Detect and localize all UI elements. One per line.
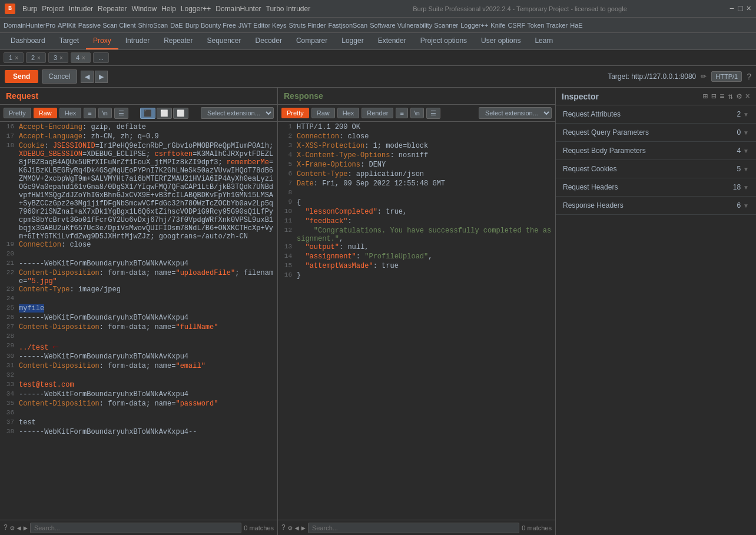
response-render-btn[interactable]: Render [362,108,393,118]
tab-intruder[interactable]: Intruder [118,33,157,49]
ext-softwarevuln[interactable]: Software Vulnerability Scanner [370,22,458,29]
ext-hae[interactable]: HaE [570,22,582,29]
http-version-badge[interactable]: HTTP/1 [711,71,742,82]
request-settings-icon[interactable]: ⚙ [10,524,14,533]
repeater-tabs: 1 × 2 × 3 × 4 × ... [0,50,756,66]
ext-fastjson[interactable]: FastjsonScan [329,22,368,29]
burp-logo: B [5,4,15,14]
ext-struts[interactable]: Struts Finder [289,22,326,29]
menu-intruder[interactable]: Intruder [69,5,93,13]
next-button[interactable]: ▶ [95,71,108,83]
inspector-request-attributes[interactable]: Request Attributes 2 ▼ [556,105,756,124]
help-icon[interactable]: ? [747,72,751,81]
tab-proxy[interactable]: Proxy [86,33,118,49]
menu-domainhunter[interactable]: DomainHunter [215,5,261,13]
tab-sequencer[interactable]: Sequencer [200,33,248,49]
inspector-align-icon[interactable]: ≡ [719,92,724,101]
request-raw-btn[interactable]: Raw [34,108,57,118]
tab-dashboard[interactable]: Dashboard [4,33,52,49]
tab-comparer[interactable]: Comparer [289,33,334,49]
menu-window[interactable]: Window [131,5,157,13]
request-wrap-btn[interactable]: \n [98,108,112,118]
tab-logger[interactable]: Logger [334,33,370,49]
menu-repeater[interactable]: Repeater [98,5,127,13]
request-view-split-btn[interactable]: ⬛ [140,108,155,119]
inspector-response-headers[interactable]: Response Headers 6 ▼ [556,197,756,215]
menu-help[interactable]: Help [161,5,176,13]
inspector-settings-icon[interactable]: ⚙ [737,91,741,101]
request-pretty-btn[interactable]: Pretty [4,108,31,118]
response-format-btn[interactable]: ≡ [396,108,407,118]
request-format-btn[interactable]: ≡ [84,108,95,118]
cancel-button[interactable]: Cancel [42,69,77,84]
request-search-next[interactable]: ▶ [24,524,28,533]
ext-knife[interactable]: Knife [490,22,505,29]
request-search-input[interactable] [30,523,241,533]
repeater-tab-more[interactable]: ... [93,52,109,63]
response-pretty-btn[interactable]: Pretty [281,108,309,118]
request-select-extension[interactable]: Select extension... [201,107,274,119]
request-help-icon[interactable]: ? [4,524,8,532]
tab-project-options[interactable]: Project options [413,33,474,49]
tab-learn[interactable]: Learn [528,33,560,49]
request-view-v-btn[interactable]: ⬜ [173,108,188,119]
close-tab-4[interactable]: × [82,55,85,61]
repeater-tab-2[interactable]: 2 × [26,52,46,63]
response-wrap-btn[interactable]: \n [410,108,424,118]
menu-project[interactable]: Project [42,5,64,13]
ext-dae[interactable]: DaE [170,22,183,29]
inspector-sort-icon[interactable]: ⇅ [728,91,733,101]
repeater-tab-3[interactable]: 3 × [48,52,68,63]
response-hex-btn[interactable]: Hex [337,108,360,118]
tab-user-options[interactable]: User options [474,33,528,49]
inspector-request-headers[interactable]: Request Headers 18 ▼ [556,178,756,197]
edit-target-icon[interactable]: ✏ [701,72,707,81]
request-search-prev[interactable]: ◀ [16,524,21,533]
maximize-button[interactable]: □ [738,4,742,14]
response-raw-btn[interactable]: Raw [311,108,335,118]
ext-jwteditor[interactable]: JWT Editor Keys [238,22,287,29]
ext-shiroscan[interactable]: ShiroScan [138,22,168,29]
menu-turbointruder[interactable]: Turbo Intruder [266,5,311,13]
repeater-tab-4[interactable]: 4 × [71,52,91,63]
tab-repeater[interactable]: Repeater [157,33,200,49]
prev-button[interactable]: ◀ [81,71,94,83]
response-list-btn[interactable]: ☰ [426,108,440,119]
menu-burp[interactable]: Burp [22,5,37,13]
request-hex-btn[interactable]: Hex [59,108,82,118]
tab-target[interactable]: Target [52,33,86,49]
request-list-btn[interactable]: ☰ [114,108,128,119]
response-search-input[interactable] [308,523,519,533]
response-search-prev[interactable]: ◀ [294,524,299,533]
close-tab-3[interactable]: × [59,55,63,61]
close-button[interactable]: × [747,4,751,14]
inspector-close-icon[interactable]: × [745,92,750,101]
ext-burpbounty[interactable]: Burp Bounty Free [185,22,236,29]
repeater-tab-1[interactable]: 1 × [4,52,24,63]
request-code-area[interactable]: 16 Accept-Encoding: gzip, deflate 17 Acc… [0,122,277,520]
close-tab-1[interactable]: × [15,55,18,61]
ext-domainhunterpro[interactable]: DomainHunterPro [4,22,55,29]
send-button[interactable]: Send [5,70,38,83]
inspector-body-params[interactable]: Request Body Parameters 4 ▼ [556,142,756,160]
menu-logger[interactable]: Logger++ [181,5,211,13]
request-view-h-btn[interactable]: ⬜ [157,108,172,119]
ext-apikit[interactable]: APIKit [58,22,76,29]
tab-decoder[interactable]: Decoder [248,33,289,49]
response-search-next[interactable]: ▶ [301,524,306,533]
ext-csrf[interactable]: CSRF Token Tracker [508,22,568,29]
tab-extender[interactable]: Extender [371,33,413,49]
close-tab-2[interactable]: × [37,55,41,61]
inspector-list-icon[interactable]: ⊟ [711,91,716,101]
response-select-extension[interactable]: Select extension... [479,107,552,119]
minimize-button[interactable]: − [730,4,734,14]
response-settings-icon[interactable]: ⚙ [288,524,292,533]
response-help-icon[interactable]: ? [281,524,286,532]
code-line: 31 Content-Disposition: form-data; name=… [0,362,277,371]
inspector-grid-icon[interactable]: ⊞ [702,91,707,101]
inspector-query-params[interactable]: Request Query Parameters 0 ▼ [556,124,756,142]
inspector-cookies[interactable]: Request Cookies 5 ▼ [556,160,756,178]
response-code-area[interactable]: 1 HTTP/1.1 200 OK 2 Connection: close 3 … [278,122,555,520]
ext-loggerpp[interactable]: Logger++ [460,22,488,29]
ext-passivescanclient[interactable]: Passive Scan Client [78,22,136,29]
